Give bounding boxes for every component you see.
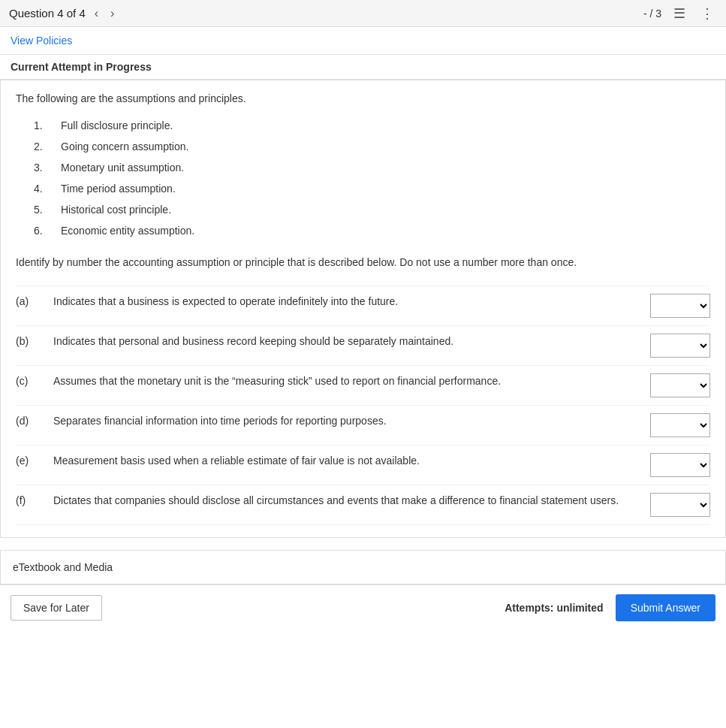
etextbook-bar[interactable]: eTextbook and Media xyxy=(0,550,726,585)
header-right: - / 3 ☰ ⋮ xyxy=(643,4,717,23)
select-d[interactable]: 1 2 3 4 5 6 xyxy=(650,413,710,437)
intro-text: The following are the assumptions and pr… xyxy=(16,92,710,104)
save-later-button[interactable]: Save for Later xyxy=(11,595,102,621)
prev-question-button[interactable]: ‹ xyxy=(92,6,101,21)
select-c[interactable]: 1 2 3 4 5 6 xyxy=(650,373,710,397)
more-icon: ⋮ xyxy=(700,6,714,21)
select-e[interactable]: 1 2 3 4 5 6 xyxy=(650,453,710,477)
row-text-b: Indicates that personal and business rec… xyxy=(53,334,638,349)
list-item: 5. Historical cost principle. xyxy=(34,204,710,216)
row-text-c: Assumes that the monetary unit is the “m… xyxy=(53,373,638,389)
select-f[interactable]: 1 2 3 4 5 6 xyxy=(650,493,710,517)
row-label-e: (e) xyxy=(16,453,53,467)
dropdown-b[interactable]: 1 2 3 4 5 6 xyxy=(650,334,710,358)
etextbook-label: eTextbook and Media xyxy=(13,561,113,573)
row-text-f: Dictates that companies should disclose … xyxy=(53,493,638,509)
question-title: Question 4 of 4 xyxy=(9,7,86,20)
header-left: Question 4 of 4 ‹ › xyxy=(9,6,117,21)
list-icon: ☰ xyxy=(673,6,685,21)
answer-row-a: (a) Indicates that a business is expecte… xyxy=(16,285,710,326)
select-b[interactable]: 1 2 3 4 5 6 xyxy=(650,334,710,358)
dropdown-f[interactable]: 1 2 3 4 5 6 xyxy=(650,493,710,517)
row-label-b: (b) xyxy=(16,334,53,347)
list-item: 6. Economic entity assumption. xyxy=(34,225,710,237)
dropdown-c[interactable]: 1 2 3 4 5 6 xyxy=(650,373,710,397)
dropdown-a[interactable]: 1 2 3 4 5 6 xyxy=(650,294,710,318)
answer-row-f: (f) Dictates that companies should discl… xyxy=(16,485,710,525)
next-question-button[interactable]: › xyxy=(107,6,117,21)
row-label-d: (d) xyxy=(16,413,53,427)
row-text-e: Measurement basis used when a reliable e… xyxy=(53,453,638,469)
footer-right: Attempts: unlimited Submit Answer xyxy=(505,594,715,621)
row-label-f: (f) xyxy=(16,493,53,506)
score-display: - / 3 xyxy=(643,8,661,20)
dropdown-e[interactable]: 1 2 3 4 5 6 xyxy=(650,453,710,477)
answer-row-e: (e) Measurement basis used when a reliab… xyxy=(16,446,710,485)
answer-row-c: (c) Assumes that the monetary unit is th… xyxy=(16,366,710,406)
more-options-button[interactable]: ⋮ xyxy=(697,4,717,23)
list-item: 4. Time period assumption. xyxy=(34,183,710,195)
principles-list: 1. Full disclosure principle. 2. Going c… xyxy=(34,119,710,237)
identify-text: Identify by number the accounting assump… xyxy=(16,255,710,270)
row-text-a: Indicates that a business is expected to… xyxy=(53,294,638,310)
attempts-text: Attempts: unlimited xyxy=(505,602,603,614)
row-label-c: (c) xyxy=(16,373,53,387)
view-policies-link[interactable]: View Policies xyxy=(11,35,72,47)
attempt-banner: Current Attempt in Progress xyxy=(0,55,726,80)
page-footer: Save for Later Attempts: unlimited Submi… xyxy=(0,585,726,630)
submit-answer-button[interactable]: Submit Answer xyxy=(616,594,715,621)
row-text-d: Separates financial information into tim… xyxy=(53,413,638,429)
sub-header: View Policies xyxy=(0,27,726,55)
main-content: The following are the assumptions and pr… xyxy=(0,80,726,538)
list-item: 2. Going concern assumption. xyxy=(34,140,710,153)
list-item: 3. Monetary unit assumption. xyxy=(34,162,710,174)
row-label-a: (a) xyxy=(16,294,53,307)
list-icon-button[interactable]: ☰ xyxy=(670,4,688,23)
select-a[interactable]: 1 2 3 4 5 6 xyxy=(650,294,710,318)
page-header: Question 4 of 4 ‹ › - / 3 ☰ ⋮ xyxy=(0,0,726,27)
answer-row-b: (b) Indicates that personal and business… xyxy=(16,326,710,366)
list-item: 1. Full disclosure principle. xyxy=(34,119,710,131)
dropdown-d[interactable]: 1 2 3 4 5 6 xyxy=(650,413,710,437)
answer-row-d: (d) Separates financial information into… xyxy=(16,406,710,446)
